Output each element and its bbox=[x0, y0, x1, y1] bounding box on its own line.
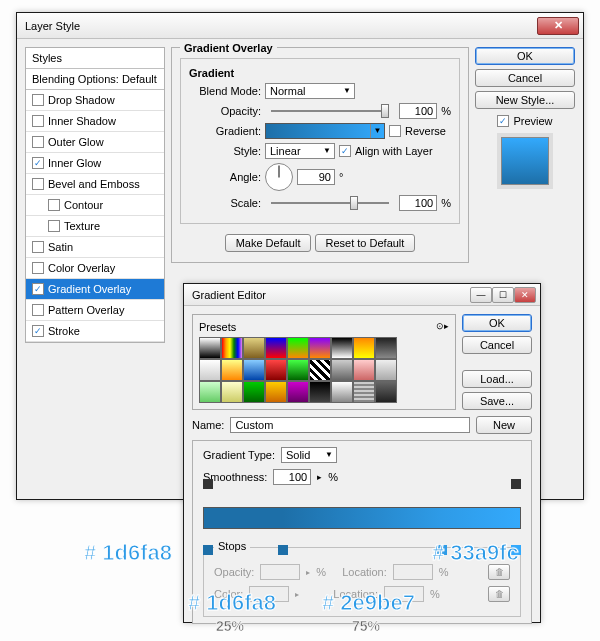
style-inner-shadow[interactable]: Inner Shadow bbox=[26, 111, 164, 132]
style-pattern-overlay[interactable]: Pattern Overlay bbox=[26, 300, 164, 321]
stop-opacity-label: Opacity: bbox=[214, 566, 254, 578]
preset-swatch[interactable] bbox=[199, 381, 221, 403]
maximize-icon[interactable]: ☐ bbox=[492, 287, 514, 303]
opacity-stop[interactable] bbox=[203, 479, 213, 489]
scale-slider[interactable] bbox=[271, 202, 389, 204]
ge-save-button[interactable]: Save... bbox=[462, 392, 532, 410]
gradient-picker[interactable]: ▼ bbox=[265, 123, 385, 139]
chevron-down-icon[interactable]: ▼ bbox=[370, 124, 384, 138]
ge-cancel-button[interactable]: Cancel bbox=[462, 336, 532, 354]
preview-checkbox[interactable]: ✓ bbox=[497, 115, 509, 127]
style-color-overlay[interactable]: Color Overlay bbox=[26, 258, 164, 279]
delete-stop-icon[interactable]: 🗑 bbox=[488, 586, 510, 602]
style-satin[interactable]: Satin bbox=[26, 237, 164, 258]
minimize-icon[interactable]: — bbox=[470, 287, 492, 303]
opacity-input[interactable]: 100 bbox=[399, 103, 437, 119]
style-gradient-overlay[interactable]: ✓Gradient Overlay bbox=[26, 279, 164, 300]
preset-swatch[interactable] bbox=[309, 337, 331, 359]
style-stroke[interactable]: ✓Stroke bbox=[26, 321, 164, 342]
preset-swatch[interactable] bbox=[353, 359, 375, 381]
preset-swatch[interactable] bbox=[243, 381, 265, 403]
checkbox-icon[interactable] bbox=[32, 262, 44, 274]
style-drop-shadow[interactable]: Drop Shadow bbox=[26, 90, 164, 111]
preset-swatch[interactable] bbox=[221, 381, 243, 403]
align-checkbox[interactable]: ✓ bbox=[339, 145, 351, 157]
preset-swatch[interactable] bbox=[265, 359, 287, 381]
checkbox-icon[interactable] bbox=[32, 115, 44, 127]
reset-default-button[interactable]: Reset to Default bbox=[315, 234, 416, 252]
preset-swatch[interactable] bbox=[287, 337, 309, 359]
gradient-bar[interactable] bbox=[203, 507, 521, 529]
preset-swatch[interactable] bbox=[221, 337, 243, 359]
layer-style-titlebar[interactable]: Layer Style ✕ bbox=[17, 13, 583, 39]
delete-stop-icon[interactable]: 🗑 bbox=[488, 564, 510, 580]
angle-input[interactable]: 90 bbox=[297, 169, 335, 185]
preset-swatch[interactable] bbox=[353, 337, 375, 359]
preset-swatch[interactable] bbox=[375, 337, 397, 359]
close-icon[interactable]: ✕ bbox=[537, 17, 579, 35]
preset-swatch[interactable] bbox=[331, 337, 353, 359]
presets-menu-icon[interactable]: ⊙▸ bbox=[436, 321, 449, 333]
type-label: Gradient Type: bbox=[203, 449, 275, 461]
style-select[interactable]: Linear bbox=[265, 143, 335, 159]
checkbox-icon[interactable]: ✓ bbox=[32, 325, 44, 337]
preset-swatch[interactable] bbox=[353, 381, 375, 403]
presets-label: Presets bbox=[199, 321, 236, 333]
blending-options-row[interactable]: Blending Options: Default bbox=[26, 69, 164, 90]
style-contour[interactable]: Contour bbox=[26, 195, 164, 216]
checkbox-icon[interactable] bbox=[32, 304, 44, 316]
preset-swatch[interactable] bbox=[375, 359, 397, 381]
preset-swatch[interactable] bbox=[243, 359, 265, 381]
color-stop[interactable] bbox=[203, 545, 213, 555]
angle-label: Angle: bbox=[189, 171, 261, 183]
name-input[interactable]: Custom bbox=[230, 417, 470, 433]
style-bevel-emboss[interactable]: Bevel and Emboss bbox=[26, 174, 164, 195]
checkbox-icon[interactable]: ✓ bbox=[32, 157, 44, 169]
checkbox-icon[interactable]: ✓ bbox=[32, 283, 44, 295]
style-texture[interactable]: Texture bbox=[26, 216, 164, 237]
new-button[interactable]: New bbox=[476, 416, 532, 434]
preset-grid bbox=[199, 337, 449, 403]
scale-input[interactable]: 100 bbox=[399, 195, 437, 211]
preset-swatch[interactable] bbox=[199, 359, 221, 381]
preset-swatch[interactable] bbox=[309, 381, 331, 403]
preset-swatch[interactable] bbox=[287, 381, 309, 403]
new-style-button[interactable]: New Style... bbox=[475, 91, 575, 109]
ge-load-button[interactable]: Load... bbox=[462, 370, 532, 388]
checkbox-icon[interactable] bbox=[32, 136, 44, 148]
opacity-slider[interactable] bbox=[271, 110, 389, 112]
checkbox-icon[interactable] bbox=[48, 220, 60, 232]
type-select[interactable]: Solid bbox=[281, 447, 337, 463]
preset-swatch[interactable] bbox=[243, 337, 265, 359]
preset-swatch[interactable] bbox=[375, 381, 397, 403]
blend-mode-select[interactable]: Normal bbox=[265, 83, 355, 99]
checkbox-icon[interactable] bbox=[32, 94, 44, 106]
preset-swatch[interactable] bbox=[199, 337, 221, 359]
checkbox-icon[interactable] bbox=[32, 178, 44, 190]
angle-dial[interactable] bbox=[265, 163, 293, 191]
color-stop[interactable] bbox=[278, 545, 288, 555]
smooth-input[interactable]: 100 bbox=[273, 469, 311, 485]
preset-swatch[interactable] bbox=[221, 359, 243, 381]
preset-swatch[interactable] bbox=[331, 381, 353, 403]
preset-swatch[interactable] bbox=[287, 359, 309, 381]
cancel-button[interactable]: Cancel bbox=[475, 69, 575, 87]
gradient-editor-titlebar[interactable]: Gradient Editor — ☐ ✕ bbox=[184, 284, 540, 306]
make-default-button[interactable]: Make Default bbox=[225, 234, 312, 252]
close-icon[interactable]: ✕ bbox=[514, 287, 536, 303]
checkbox-icon[interactable] bbox=[32, 241, 44, 253]
layer-style-title: Layer Style bbox=[25, 20, 537, 32]
ge-ok-button[interactable]: OK bbox=[462, 314, 532, 332]
preset-swatch[interactable] bbox=[309, 359, 331, 381]
checkbox-icon[interactable] bbox=[48, 199, 60, 211]
preset-swatch[interactable] bbox=[265, 381, 287, 403]
ok-button[interactable]: OK bbox=[475, 47, 575, 65]
preset-swatch[interactable] bbox=[331, 359, 353, 381]
style-inner-glow[interactable]: ✓Inner Glow bbox=[26, 153, 164, 174]
gradient-editor-window: Gradient Editor — ☐ ✕ Presets ⊙▸ OK Canc… bbox=[183, 283, 541, 623]
reverse-checkbox[interactable] bbox=[389, 125, 401, 137]
style-outer-glow[interactable]: Outer Glow bbox=[26, 132, 164, 153]
styles-header[interactable]: Styles bbox=[26, 48, 164, 69]
preset-swatch[interactable] bbox=[265, 337, 287, 359]
opacity-stop[interactable] bbox=[511, 479, 521, 489]
